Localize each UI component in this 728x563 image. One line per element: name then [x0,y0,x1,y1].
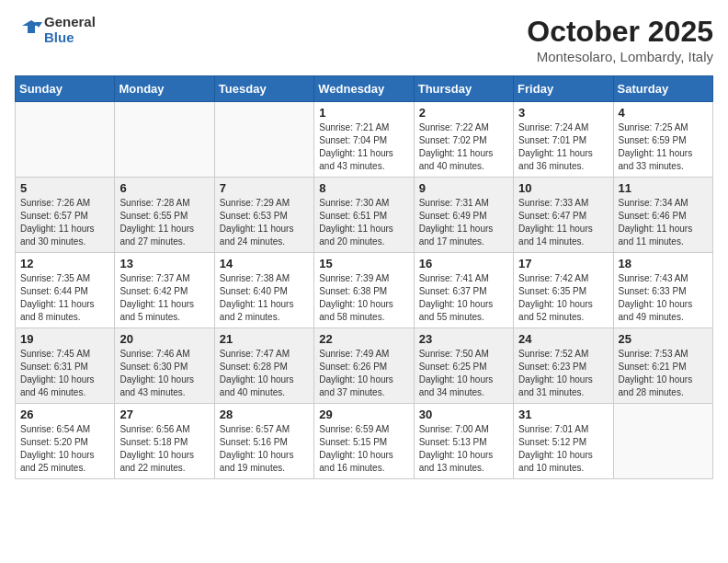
logo-text-general: General [44,15,96,30]
day-number: 13 [119,257,209,270]
weekday-header-wednesday: Wednesday [314,76,414,102]
day-cell: 8Sunrise: 7:30 AM Sunset: 6:51 PM Daylig… [314,178,414,253]
day-cell: 5Sunrise: 7:26 AM Sunset: 6:57 PM Daylig… [16,178,115,253]
day-info: Sunrise: 7:34 AM Sunset: 6:46 PM Dayligh… [619,197,708,248]
day-info: Sunrise: 7:25 AM Sunset: 6:59 PM Dayligh… [619,121,708,173]
day-cell: 15Sunrise: 7:39 AM Sunset: 6:38 PM Dayli… [314,253,414,328]
day-cell: 13Sunrise: 7:37 AM Sunset: 6:42 PM Dayli… [115,253,214,328]
day-cell: 31Sunrise: 7:01 AM Sunset: 5:12 PM Dayli… [514,404,613,479]
day-info: Sunrise: 7:00 AM Sunset: 5:13 PM Dayligh… [419,423,508,475]
week-row-4: 19Sunrise: 7:45 AM Sunset: 6:31 PM Dayli… [16,328,713,404]
day-cell: 10Sunrise: 7:33 AM Sunset: 6:47 PM Dayli… [514,178,613,253]
weekday-header-thursday: Thursday [414,76,513,102]
day-cell [115,102,214,178]
day-info: Sunrise: 7:50 AM Sunset: 6:25 PM Dayligh… [419,348,508,399]
week-row-5: 26Sunrise: 6:54 AM Sunset: 5:20 PM Dayli… [16,404,713,479]
day-info: Sunrise: 7:47 AM Sunset: 6:28 PM Dayligh… [220,348,309,399]
day-info: Sunrise: 7:26 AM Sunset: 6:57 PM Dayligh… [20,197,109,248]
day-info: Sunrise: 7:22 AM Sunset: 7:02 PM Dayligh… [419,121,508,173]
day-info: Sunrise: 7:29 AM Sunset: 6:53 PM Dayligh… [220,197,309,248]
day-info: Sunrise: 7:41 AM Sunset: 6:37 PM Dayligh… [419,272,508,324]
day-cell: 12Sunrise: 7:35 AM Sunset: 6:44 PM Dayli… [16,253,115,328]
calendar-table: SundayMondayTuesdayWednesdayThursdayFrid… [15,75,713,479]
day-cell: 17Sunrise: 7:42 AM Sunset: 6:35 PM Dayli… [514,253,613,328]
week-row-3: 12Sunrise: 7:35 AM Sunset: 6:44 PM Dayli… [16,253,713,328]
day-info: Sunrise: 7:39 AM Sunset: 6:38 PM Dayligh… [319,272,408,324]
day-cell: 14Sunrise: 7:38 AM Sunset: 6:40 PM Dayli… [214,253,313,328]
day-cell: 26Sunrise: 6:54 AM Sunset: 5:20 PM Dayli… [16,404,115,479]
day-cell: 7Sunrise: 7:29 AM Sunset: 6:53 PM Daylig… [214,178,313,253]
page-header: General Blue October 2025 Montesolaro, L… [15,15,713,64]
logo-text-blue: Blue [44,30,96,46]
day-number: 22 [319,332,408,346]
logo-bird-icon [15,17,42,44]
day-info: Sunrise: 7:28 AM Sunset: 6:55 PM Dayligh… [119,197,209,248]
day-number: 7 [220,181,309,195]
day-cell: 3Sunrise: 7:24 AM Sunset: 7:01 PM Daylig… [514,102,613,178]
day-info: Sunrise: 7:37 AM Sunset: 6:42 PM Dayligh… [119,272,209,324]
day-number: 14 [220,257,309,270]
day-info: Sunrise: 7:21 AM Sunset: 7:04 PM Dayligh… [319,121,408,173]
week-row-2: 5Sunrise: 7:26 AM Sunset: 6:57 PM Daylig… [16,178,713,253]
day-number: 27 [119,408,209,421]
day-cell: 28Sunrise: 6:57 AM Sunset: 5:16 PM Dayli… [214,404,313,479]
day-cell: 27Sunrise: 6:56 AM Sunset: 5:18 PM Dayli… [115,404,214,479]
logo: General Blue [15,15,96,45]
weekday-header-monday: Monday [115,76,214,102]
day-cell: 24Sunrise: 7:52 AM Sunset: 6:23 PM Dayli… [514,328,613,404]
day-info: Sunrise: 7:31 AM Sunset: 6:49 PM Dayligh… [419,197,508,248]
day-number: 25 [619,332,708,346]
day-cell: 25Sunrise: 7:53 AM Sunset: 6:21 PM Dayli… [613,328,712,404]
day-info: Sunrise: 6:57 AM Sunset: 5:16 PM Dayligh… [220,423,309,475]
day-number: 29 [319,408,408,421]
day-info: Sunrise: 7:35 AM Sunset: 6:44 PM Dayligh… [20,272,109,324]
day-info: Sunrise: 7:43 AM Sunset: 6:33 PM Dayligh… [619,272,708,324]
day-cell: 23Sunrise: 7:50 AM Sunset: 6:25 PM Dayli… [414,328,513,404]
day-info: Sunrise: 7:45 AM Sunset: 6:31 PM Dayligh… [20,348,109,399]
day-cell [613,404,712,479]
day-number: 12 [20,257,109,270]
day-info: Sunrise: 7:33 AM Sunset: 6:47 PM Dayligh… [518,197,608,248]
day-info: Sunrise: 6:54 AM Sunset: 5:20 PM Dayligh… [20,423,109,475]
logo-graphic: General Blue [15,15,96,45]
day-cell: 21Sunrise: 7:47 AM Sunset: 6:28 PM Dayli… [214,328,313,404]
day-info: Sunrise: 7:38 AM Sunset: 6:40 PM Dayligh… [220,272,309,324]
day-info: Sunrise: 7:52 AM Sunset: 6:23 PM Dayligh… [518,348,608,399]
day-cell: 18Sunrise: 7:43 AM Sunset: 6:33 PM Dayli… [613,253,712,328]
day-info: Sunrise: 6:56 AM Sunset: 5:18 PM Dayligh… [119,423,209,475]
weekday-header-sunday: Sunday [16,76,115,102]
day-number: 6 [119,181,209,195]
day-number: 19 [20,332,109,346]
day-number: 3 [518,106,608,120]
day-info: Sunrise: 7:46 AM Sunset: 6:30 PM Dayligh… [119,348,209,399]
day-number: 30 [419,408,508,421]
day-cell [214,102,313,178]
day-cell: 11Sunrise: 7:34 AM Sunset: 6:46 PM Dayli… [613,178,712,253]
day-number: 15 [319,257,408,270]
weekday-header-friday: Friday [514,76,613,102]
day-number: 26 [20,408,109,421]
day-info: Sunrise: 7:24 AM Sunset: 7:01 PM Dayligh… [518,121,608,173]
day-number: 31 [518,408,608,421]
day-number: 11 [619,181,708,195]
day-number: 23 [419,332,508,346]
day-info: Sunrise: 6:59 AM Sunset: 5:15 PM Dayligh… [319,423,408,475]
day-info: Sunrise: 7:01 AM Sunset: 5:12 PM Dayligh… [518,423,608,475]
day-number: 24 [518,332,608,346]
day-cell: 22Sunrise: 7:49 AM Sunset: 6:26 PM Dayli… [314,328,414,404]
day-number: 20 [119,332,209,346]
day-info: Sunrise: 7:42 AM Sunset: 6:35 PM Dayligh… [518,272,608,324]
day-number: 2 [419,106,508,120]
day-cell: 2Sunrise: 7:22 AM Sunset: 7:02 PM Daylig… [414,102,513,178]
day-cell: 16Sunrise: 7:41 AM Sunset: 6:37 PM Dayli… [414,253,513,328]
day-number: 10 [518,181,608,195]
day-number: 5 [20,181,109,195]
week-row-1: 1Sunrise: 7:21 AM Sunset: 7:04 PM Daylig… [16,102,713,178]
day-number: 1 [319,106,408,120]
day-number: 18 [619,257,708,270]
day-cell: 4Sunrise: 7:25 AM Sunset: 6:59 PM Daylig… [613,102,712,178]
day-number: 8 [319,181,408,195]
day-number: 4 [619,106,708,120]
weekday-header-tuesday: Tuesday [214,76,313,102]
day-number: 21 [220,332,309,346]
